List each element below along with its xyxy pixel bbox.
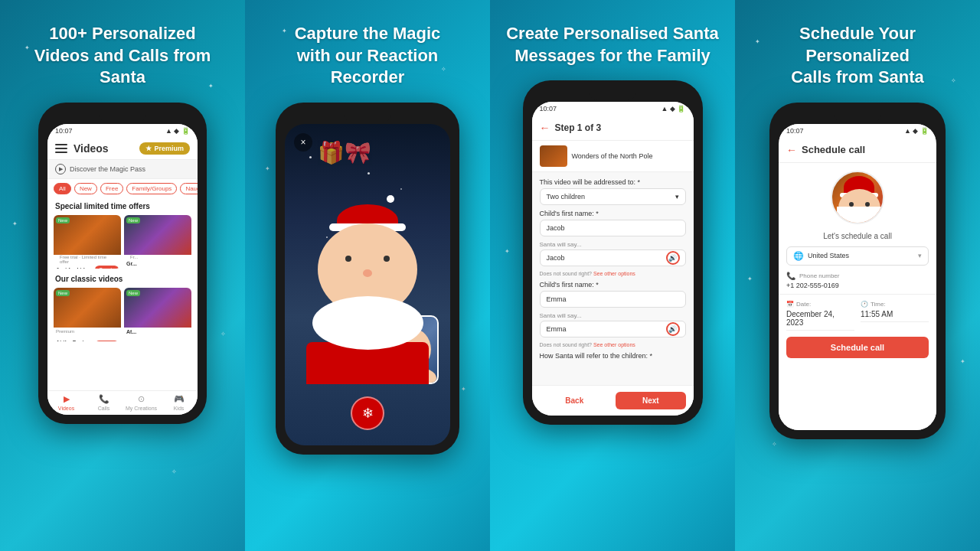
- phone-row: 📞 Phone number: [779, 272, 936, 280]
- bg-star-2: [400, 188, 402, 190]
- see-options-link-2[interactable]: See other options: [593, 342, 635, 347]
- video-thumb-3[interactable]: New Premium At the Post Office Create: [54, 288, 121, 341]
- menu-icon[interactable]: [55, 144, 67, 153]
- santa-figure: [285, 204, 450, 384]
- time-label-text: Time:: [871, 301, 886, 308]
- magic-pass-bar[interactable]: ▶ Discover the Magic Pass: [47, 160, 198, 179]
- children-label: How Santa will refer to the children: *: [540, 352, 686, 360]
- signal-3: ▲ ◆ 🔋: [662, 105, 686, 112]
- premium-button[interactable]: ★ Premium: [139, 142, 190, 155]
- santa-says-input-1[interactable]: Jacob: [540, 249, 686, 266]
- time-1: 10:07: [55, 127, 73, 135]
- star-icon: ★: [145, 145, 152, 152]
- hint-text-1: Does not sound right? See other options: [540, 271, 686, 276]
- form-header: ← Step 1 of 3: [532, 116, 694, 141]
- santa-says-group-2: Emma 🔊: [540, 321, 686, 337]
- new-badge-2: New: [126, 217, 140, 223]
- section-offers: Special limited time offers: [47, 198, 198, 213]
- time-value[interactable]: 11:55 AM: [861, 310, 929, 322]
- back-button[interactable]: Back: [540, 392, 610, 409]
- filter-new[interactable]: New: [74, 183, 97, 194]
- schedule-header: ← Schedule call: [779, 138, 936, 163]
- video-thumb-form: [540, 145, 567, 167]
- video-thumb-bg-2: New: [124, 215, 191, 255]
- avatar-hat-pompom: [867, 171, 873, 175]
- child2-label: Child's first name: *: [540, 281, 686, 289]
- video-grid-2: New Premium At the Post Office Create Ne…: [47, 285, 198, 344]
- video-thumb-bg-3: New: [54, 288, 121, 328]
- nav-videos[interactable]: ▶ Videos: [47, 395, 85, 411]
- signal-4: ▲ ◆ 🔋: [904, 127, 929, 135]
- app-title: Videos: [74, 142, 139, 155]
- creations-icon: ⊙: [136, 395, 147, 404]
- phone-screen-4: 10:07 ▲ ◆ 🔋 ← Schedule call: [779, 124, 936, 430]
- calls-icon: 📞: [99, 395, 109, 404]
- step-text: Step 1 of 3: [555, 122, 602, 133]
- phone-icon: 📞: [786, 272, 795, 280]
- app-header-1: Videos ★ Premium: [47, 138, 198, 160]
- addressed-label: This video will be addressed to: *: [540, 178, 686, 186]
- child1-label: Child's first name: *: [540, 210, 686, 217]
- calendar-icon: 📅: [786, 301, 794, 308]
- schedule-subtitle: Let's schedule a call: [779, 232, 936, 240]
- child2-input[interactable]: Emma: [540, 291, 686, 308]
- phone-number[interactable]: +1 202-555-0169: [779, 282, 936, 295]
- country-select[interactable]: 🌐 United States ▾: [786, 246, 929, 266]
- play-icon: ▶: [55, 164, 66, 174]
- filter-free[interactable]: Free: [100, 183, 123, 194]
- video-label-3: At the Post Office: [56, 340, 84, 341]
- video-label-2: Gr...: [126, 261, 137, 266]
- nav-calls[interactable]: 📞 Calls: [85, 395, 122, 411]
- filter-family[interactable]: Family/Groups: [126, 183, 177, 194]
- video-thumb-bg-4: New: [124, 288, 191, 328]
- santa-says-label-2: Santa will say...: [540, 312, 686, 319]
- video-thumb-1[interactable]: New Free trial · Limited time offer Just…: [54, 215, 121, 269]
- kids-icon: 🎮: [174, 395, 185, 404]
- create-button-3[interactable]: Create: [95, 341, 119, 341]
- panel-4-title: Schedule Your Personalized Calls from Sa…: [750, 23, 965, 89]
- video-thumb-4[interactable]: New At...: [124, 288, 191, 341]
- phone-screen-3: 10:07 ▲ ◆ 🔋 ← Step 1 of 3 Wonders of the…: [532, 102, 694, 416]
- santa-nose: [363, 269, 372, 277]
- close-button[interactable]: ×: [294, 133, 312, 152]
- video-info-3: Premium At the Post Office Create: [54, 328, 121, 341]
- date-col: 📅 Date: December 24, 2023: [786, 301, 854, 331]
- see-options-link-1[interactable]: See other options: [593, 271, 635, 276]
- next-button[interactable]: Next: [616, 392, 686, 409]
- santa-says-label-1: Santa will say...: [540, 241, 686, 248]
- schedule-screen: Let's schedule a call 🌐 United States ▾ …: [779, 163, 936, 430]
- video-grid-1: New Free trial · Limited time offer Just…: [47, 213, 198, 271]
- status-bar-4: 10:07 ▲ ◆ 🔋: [779, 124, 936, 138]
- panel-2-title: Capture the Magic with our Reaction Reco…: [260, 23, 475, 89]
- video-premium-label: Premium: [56, 329, 95, 334]
- video-thumb-2[interactable]: New Fr... Gr...: [124, 215, 191, 269]
- sound-button-1[interactable]: 🔊: [666, 251, 680, 265]
- new-badge-4: New: [126, 290, 140, 296]
- santa-says-input-2[interactable]: Emma: [540, 321, 686, 337]
- date-label-text: Date:: [796, 301, 811, 308]
- addressed-value: Two children: [547, 193, 586, 201]
- phone-notch-3: [590, 90, 635, 100]
- schedule-cta-button[interactable]: Schedule call: [786, 337, 929, 358]
- phone-4: 10:07 ▲ ◆ 🔋 ← Schedule call: [769, 103, 946, 439]
- child1-input[interactable]: Jacob: [540, 220, 686, 236]
- panel-1-title: 100+ Personalized Videos and Calls from …: [15, 23, 230, 89]
- phone-notch-4: [835, 112, 880, 122]
- filter-tabs: All New Free Family/Groups Naughty or ni…: [47, 179, 198, 198]
- filter-all[interactable]: All: [54, 183, 71, 194]
- schedule-title: Schedule call: [802, 144, 865, 155]
- bg-star-1: [309, 156, 312, 158]
- addressed-select[interactable]: Two children ▾: [540, 188, 686, 205]
- date-value[interactable]: December 24, 2023: [786, 310, 854, 331]
- nav-creations[interactable]: ⊙ My Creations: [122, 395, 160, 411]
- snowflake-button[interactable]: ❄: [351, 396, 384, 430]
- nav-kids[interactable]: 🎮 Kids: [160, 395, 198, 411]
- new-badge-3: New: [56, 290, 70, 296]
- back-arrow-icon[interactable]: ←: [540, 122, 550, 134]
- schedule-back-icon[interactable]: ←: [786, 144, 797, 156]
- sound-button-2[interactable]: 🔊: [666, 322, 680, 336]
- filter-naughty[interactable]: Naughty or nice?: [180, 183, 198, 194]
- panel-2: ✦ ✧ ✦ ✦ Capture the Magic with our React…: [245, 0, 490, 551]
- camera-screen: 🎁🎀 ×: [285, 124, 450, 445]
- create-button-1[interactable]: Create: [95, 266, 119, 269]
